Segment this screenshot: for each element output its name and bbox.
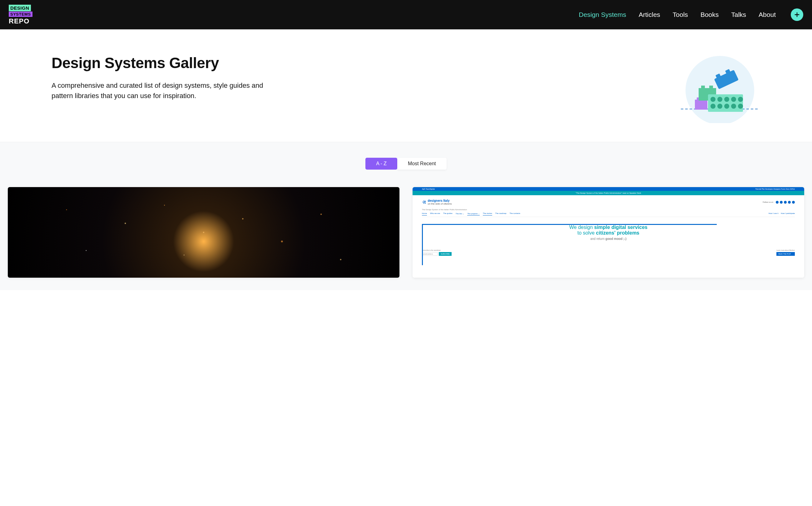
svg-point-10 xyxy=(717,97,722,102)
page-title: Design Systems Gallery xyxy=(52,54,270,72)
svg-point-14 xyxy=(711,104,716,109)
card-logo: ·it designers Italy on the side of citiz… xyxy=(422,199,452,205)
card-nav-item: The contacts xyxy=(509,213,520,216)
svg-point-17 xyxy=(731,104,736,109)
svg-point-9 xyxy=(711,97,716,102)
card-body: ·it designers Italy on the side of citiz… xyxy=(413,195,804,278)
card-topbar: AgID TeamDigitale Triennial Plan Develop… xyxy=(413,187,804,191)
learn-button: READ THE POST xyxy=(777,252,795,256)
card-nav-item: The roadmap xyxy=(495,213,507,216)
card-nav-item: How I use it xyxy=(769,213,778,215)
card-logo-sub: on the side of citizens xyxy=(428,202,452,205)
hero-illustration xyxy=(679,54,760,123)
hero-section: Design Systems Gallery A comprehensive a… xyxy=(0,29,812,142)
card-nav-item: The stories xyxy=(483,213,492,216)
learn-label: Learn more about Medium xyxy=(777,249,795,251)
cards-grid: AgID TeamDigitale Triennial Plan Develop… xyxy=(8,187,804,278)
svg-point-15 xyxy=(717,104,722,109)
svg-point-13 xyxy=(738,97,743,102)
logo[interactable]: DESIGN SYSTEMS REPO xyxy=(9,5,32,25)
card-item[interactable] xyxy=(8,187,399,278)
svg-point-16 xyxy=(724,104,729,109)
card-tagline: The Design System of the Italian Public … xyxy=(422,208,795,210)
social-icon xyxy=(780,201,783,204)
card-item[interactable]: AgID TeamDigitale Triennial Plan Develop… xyxy=(413,187,804,278)
card-nav-item: Who we are xyxy=(430,213,440,216)
follow-label: Follow us on xyxy=(763,201,773,203)
main-nav: Design Systems Articles Tools Books Talk… xyxy=(579,8,803,21)
svg-point-12 xyxy=(731,97,736,102)
svg-rect-7 xyxy=(709,86,713,89)
nav-about[interactable]: About xyxy=(758,11,776,18)
card-banner-text: "The Design System of the Italian Public… xyxy=(575,192,641,194)
add-button[interactable] xyxy=(791,8,803,21)
card-topbar-left: AgID TeamDigitale xyxy=(422,188,435,190)
logo-line-2: SYSTEMS xyxy=(9,12,32,17)
svg-point-18 xyxy=(738,104,743,109)
plus-icon xyxy=(794,11,800,18)
nav-books[interactable]: Books xyxy=(701,11,719,18)
social-icon xyxy=(792,201,795,204)
logo-line-3: REPO xyxy=(9,18,32,25)
nav-articles[interactable]: Articles xyxy=(639,11,660,18)
page-subtitle: A comprehensive and curated list of desi… xyxy=(52,80,270,101)
card-nav-item: How I participate xyxy=(781,213,795,215)
card-nav: Home Who we are The guides The kits ⌄ Th… xyxy=(422,213,795,217)
social-icon xyxy=(776,201,779,204)
card-nav-item: The guides xyxy=(443,213,453,216)
tab-most-recent[interactable]: Most Recent xyxy=(397,158,447,170)
nav-design-systems[interactable]: Design Systems xyxy=(579,11,626,18)
social-icon xyxy=(784,201,787,204)
gallery-section: A - Z Most Recent AgID TeamDigitale Trie… xyxy=(0,142,812,290)
svg-rect-2 xyxy=(695,100,707,110)
nav-tools[interactable]: Tools xyxy=(673,11,688,18)
tab-az[interactable]: A - Z xyxy=(365,158,397,170)
site-header: DESIGN SYSTEMS REPO Design Systems Artic… xyxy=(0,0,812,29)
social-icon xyxy=(788,201,791,204)
card-logo-mark: ·it xyxy=(422,199,426,204)
card-nav-item: The kits ⌄ xyxy=(456,213,464,216)
card-logo-title: designers Italy xyxy=(428,199,449,202)
card-nav-item: The projects ⌄ xyxy=(467,213,480,216)
card-topbar-right: Triennial Plan Developers Designers Foru… xyxy=(755,188,795,190)
svg-point-0 xyxy=(686,56,754,123)
nav-talks[interactable]: Talks xyxy=(731,11,746,18)
svg-rect-6 xyxy=(701,86,705,89)
svg-point-11 xyxy=(724,97,729,102)
logo-line-1: DESIGN xyxy=(9,5,31,11)
card-nav-item: Home xyxy=(422,213,427,216)
sort-tabs: A - Z Most Recent xyxy=(8,158,804,170)
card-banner: "The Design System of the Italian Public… xyxy=(413,191,804,195)
card-frame-decoration xyxy=(422,224,717,265)
card-social: Follow us on xyxy=(763,201,795,204)
lego-blocks-icon xyxy=(679,54,760,123)
